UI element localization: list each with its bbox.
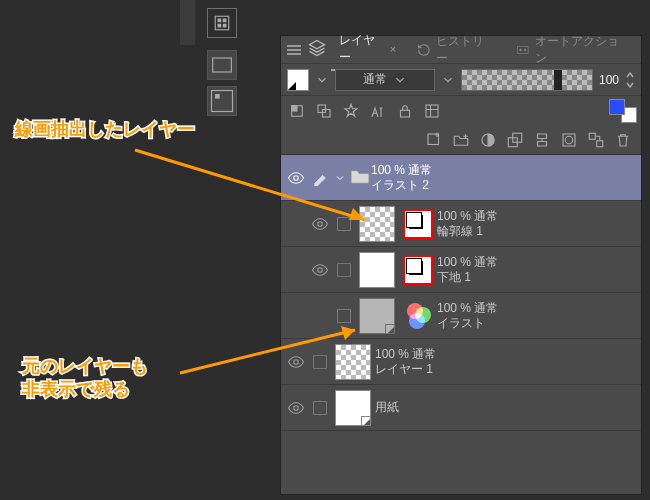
annotation-bottom: 元のレイヤーも 非表示で残る [22,355,148,402]
visibility-icon[interactable] [283,353,309,371]
lock-icon[interactable] [393,100,417,122]
layer-row-outline[interactable]: 100 % 通常 輪郭線 1 [281,201,641,247]
trash-icon[interactable] [611,129,635,151]
tab-history[interactable]: ヒストリー [408,30,503,70]
vertical-toolbar [207,50,237,116]
svg-point-10 [524,48,526,50]
tab-history-label: ヒストリー [436,33,495,67]
new-layer-icon[interactable] [422,129,446,151]
svg-rect-1 [218,19,222,23]
canvas-area [0,0,195,500]
opacity-stepper[interactable] [625,69,635,91]
svg-rect-23 [589,133,595,139]
tab-layers-label: レイヤー [339,32,386,66]
svg-rect-6 [212,91,233,112]
layer-row-illust[interactable]: 100 % 通常 イラスト [281,293,641,339]
apply-mask-icon[interactable] [584,129,608,151]
clip-icon[interactable] [312,100,336,122]
layer-label: 100 % 通常 イラスト 2 [371,163,432,192]
chevron-down-icon[interactable] [331,172,349,184]
svg-point-27 [318,267,323,272]
visibility-icon[interactable] [283,399,309,417]
new-folder-icon[interactable] [449,129,473,151]
svg-rect-16 [426,105,438,117]
svg-rect-8 [518,46,529,53]
svg-rect-13 [318,105,326,113]
reference-icon[interactable] [339,100,363,122]
layer-thumbnail [335,390,371,426]
layer-mask-thumbnail[interactable] [403,255,433,285]
transfer-icon[interactable] [503,129,527,151]
visibility-icon[interactable] [307,215,333,233]
layer-name: レイヤー 1 [375,362,436,376]
lock-placeholder[interactable] [309,355,331,369]
layer-percent: 100 % 通常 [371,163,432,177]
annotation-top: 線画抽出したレイヤー [15,118,195,141]
tab-layers[interactable]: レイヤー× [331,29,404,71]
svg-point-29 [294,405,299,410]
rgb-icon [403,301,433,331]
scrollbar-vertical[interactable] [180,0,195,45]
color-swatch[interactable] [287,69,309,91]
grid-tool-icon[interactable] [207,8,237,38]
chevron-down-icon[interactable] [441,73,455,87]
svg-rect-15 [401,110,410,117]
svg-point-22 [565,136,573,144]
chevron-down-icon[interactable] [315,73,329,87]
opacity-slider[interactable] [461,69,593,91]
svg-point-28 [294,359,299,364]
new-correction-icon[interactable] [476,129,500,151]
layers-list: 100 % 通常 イラスト 2 100 % 通常 輪郭線 1 100 % 通常 … [281,154,641,431]
layer-label: 用紙 [375,400,399,414]
layer-label: 100 % 通常 下地 1 [437,255,498,284]
layer-row-paper[interactable]: 用紙 [281,385,641,431]
visibility-icon[interactable] [283,169,309,187]
layer-mask-thumbnail[interactable] [403,209,433,239]
folder-icon [349,167,371,188]
svg-point-26 [318,221,323,226]
layer-name: 輪郭線 1 [437,224,498,238]
layer-options-row-1 [281,96,641,126]
tool-button-1[interactable] [207,50,237,80]
svg-rect-3 [218,24,222,28]
mask-icon[interactable] [557,129,581,151]
draft-icon[interactable] [366,100,390,122]
lock-placeholder[interactable] [333,309,355,323]
lock-placeholder[interactable] [333,263,355,277]
layer-row-layer1[interactable]: 100 % 通常 レイヤー 1 [281,339,641,385]
lock-alpha-icon[interactable] [285,100,309,122]
layer-thumbnail [335,344,371,380]
lock-placeholder[interactable] [309,401,331,415]
layer-thumbnail [359,206,395,242]
layer-label: 100 % 通常 輪郭線 1 [437,209,498,238]
visibility-icon[interactable] [307,261,333,279]
svg-point-9 [519,48,521,50]
svg-rect-14 [323,110,331,118]
svg-rect-5 [213,58,232,72]
close-icon[interactable]: × [390,43,396,55]
layer-label: 100 % 通常 レイヤー 1 [375,347,436,376]
layer-name: イラスト 2 [371,178,432,192]
svg-rect-24 [597,141,603,147]
layer-folder-row[interactable]: 100 % 通常 イラスト 2 [281,155,641,201]
layer-name: イラスト [437,316,498,330]
layer-thumbnail [359,252,395,288]
foreground-background-colors[interactable] [609,99,637,123]
layers-panel: レイヤー× ヒストリー オートアクション 通常 100 [280,35,642,495]
show-palette-icon[interactable] [420,100,444,122]
layer-row-base[interactable]: 100 % 通常 下地 1 [281,247,641,293]
merge-icon[interactable] [530,129,554,151]
blend-mode-select[interactable]: 通常 [335,69,435,91]
tab-autoaction[interactable]: オートアクション [507,30,637,70]
layer-label: 100 % 通常 イラスト [437,301,498,330]
tool-button-2[interactable] [207,86,237,116]
svg-rect-4 [223,24,227,28]
svg-point-25 [294,175,299,180]
lock-placeholder[interactable] [333,217,355,231]
blend-row: 通常 100 [281,64,641,96]
layer-percent: 100 % 通常 [437,301,498,315]
svg-rect-0 [215,16,229,30]
menu-icon[interactable] [285,41,303,59]
svg-rect-12 [292,106,297,111]
layer-thumbnail [359,298,395,334]
